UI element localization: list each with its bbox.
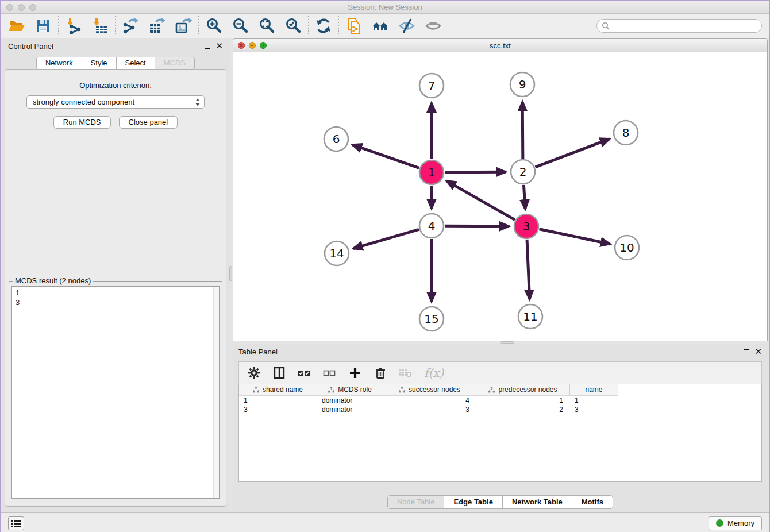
search-box[interactable] — [596, 19, 762, 33]
cell-name[interactable]: 1 — [570, 396, 618, 405]
memory-button[interactable]: Memory — [709, 516, 762, 530]
edge-4-14[interactable] — [353, 229, 419, 248]
status-bar: Memory — [1, 512, 769, 532]
table-row[interactable]: 1dominator411 — [239, 396, 761, 405]
function-builder-icon: f(x) — [424, 366, 444, 380]
close-panel-icon[interactable]: ✕ — [215, 43, 223, 49]
gear-icon[interactable] — [247, 366, 261, 380]
edge-1-6[interactable] — [352, 145, 419, 168]
tab-style[interactable]: Style — [82, 57, 117, 70]
mcds-result-title: MCDS result (2 nodes) — [13, 276, 93, 285]
result-scrollbar[interactable] — [213, 287, 219, 498]
column-header-name[interactable]: name — [570, 384, 618, 396]
refresh-layout-icon[interactable] — [315, 17, 332, 34]
export-table-icon[interactable] — [148, 17, 165, 34]
column-header-successor-nodes[interactable]: successor nodes — [383, 384, 476, 396]
control-panel-title: Control Panel — [8, 42, 53, 51]
export-network-icon[interactable] — [122, 17, 139, 34]
tab-edge-table[interactable]: Edge Table — [444, 495, 502, 509]
edge-3-10[interactable] — [540, 229, 610, 244]
criterion-select[interactable]: strongly connected component — [26, 95, 205, 109]
home-icon[interactable] — [372, 17, 389, 34]
close-table-panel-icon[interactable]: ✕ — [754, 349, 762, 354]
deselect-all-icon[interactable] — [323, 366, 337, 380]
network-window-titlebar[interactable]: ✕ − + scc.txt — [233, 39, 767, 52]
edge-2-8[interactable] — [536, 139, 610, 167]
tree-icon — [399, 387, 405, 393]
table-row[interactable]: 3dominator323 — [239, 405, 761, 414]
select-all-icon[interactable] — [298, 366, 311, 380]
eye-slash-icon[interactable] — [398, 17, 415, 34]
column-header-predecessor-nodes[interactable]: predecessor nodes — [476, 384, 570, 396]
task-history-button[interactable] — [8, 516, 24, 530]
cell-MCDS-role[interactable]: dominator — [317, 405, 383, 414]
network-canvas[interactable]: 7968124314101511 — [233, 52, 767, 341]
columns-icon[interactable] — [272, 366, 286, 380]
node-label-14: 14 — [329, 246, 344, 260]
tree-icon — [328, 387, 334, 393]
network-window-title: scc.txt — [233, 41, 767, 50]
node-table[interactable]: shared nameMCDS rolesuccessor nodesprede… — [238, 384, 762, 482]
main-toolbar — [1, 14, 769, 38]
tab-motifs[interactable]: Motifs — [572, 495, 613, 509]
cell-shared-name[interactable]: 1 — [239, 396, 317, 405]
node-label-11: 11 — [523, 310, 537, 323]
node-label-3: 3 — [523, 219, 530, 233]
open-session-icon[interactable] — [8, 17, 25, 34]
cell-predecessor-nodes[interactable]: 1 — [476, 396, 570, 405]
close-panel-button[interactable]: Close panel — [119, 116, 178, 129]
table-panel-title: Table Panel — [238, 348, 278, 356]
cell-MCDS-role[interactable]: dominator — [317, 396, 383, 405]
vertical-splitter-handle[interactable] — [229, 266, 232, 281]
node-label-1: 1 — [428, 165, 436, 179]
table-panel-tabs: Node TableEdge TableNetwork TableMotifs — [233, 495, 768, 509]
save-session-icon[interactable] — [34, 17, 52, 34]
zoom-fit-icon[interactable] — [258, 17, 275, 34]
window-titlebar: Session: New Session — [1, 1, 769, 14]
node-label-8: 8 — [622, 126, 630, 140]
tree-icon — [253, 387, 259, 393]
edge-1-2[interactable] — [445, 172, 506, 172]
network-graph[interactable]: 7968124314101511 — [233, 52, 767, 340]
column-header-shared-name[interactable]: shared name — [239, 384, 317, 396]
cell-shared-name[interactable]: 3 — [239, 405, 317, 414]
memory-label: Memory — [727, 519, 754, 527]
export-image-icon[interactable] — [175, 17, 192, 34]
column-header-MCDS-role[interactable]: MCDS role — [317, 384, 383, 396]
mcds-result-list[interactable]: 1 3 — [11, 286, 220, 499]
tab-node-table[interactable]: Node Table — [387, 495, 445, 509]
tab-mcds[interactable]: MCDS — [155, 57, 195, 70]
add-icon[interactable] — [348, 366, 362, 380]
edge-3-1[interactable] — [446, 181, 515, 220]
edge-2-9[interactable] — [522, 102, 523, 159]
edge-4-3[interactable] — [445, 226, 509, 226]
search-icon — [602, 22, 610, 30]
zoom-selected-icon[interactable] — [284, 17, 302, 34]
cell-name[interactable]: 3 — [570, 405, 618, 414]
horizontal-splitter-handle[interactable] — [500, 341, 514, 344]
eye-icon[interactable] — [425, 17, 442, 34]
tree-icon — [488, 387, 495, 393]
edge-2-3[interactable] — [523, 185, 525, 209]
tab-network[interactable]: Network — [36, 57, 82, 70]
window-title: Session: New Session — [1, 3, 769, 11]
node-table-body[interactable]: 1dominator4113dominator323 — [239, 396, 761, 414]
copy-network-icon[interactable] — [345, 17, 363, 34]
tab-network-table[interactable]: Network Table — [502, 495, 572, 509]
float-table-panel-icon[interactable] — [744, 349, 749, 354]
zoom-in-icon[interactable] — [205, 17, 222, 34]
cell-successor-nodes[interactable]: 4 — [383, 396, 476, 405]
search-input[interactable] — [613, 22, 757, 30]
import-table-icon[interactable] — [91, 17, 109, 34]
edge-3-11[interactable] — [527, 240, 530, 299]
trash-icon[interactable] — [374, 366, 387, 380]
float-panel-icon[interactable] — [205, 44, 210, 49]
list-icon — [11, 519, 21, 527]
cell-successor-nodes[interactable]: 3 — [383, 405, 476, 414]
import-network-icon[interactable] — [65, 17, 82, 34]
node-table-header[interactable]: shared nameMCDS rolesuccessor nodesprede… — [239, 384, 761, 396]
cell-predecessor-nodes[interactable]: 2 — [476, 405, 570, 414]
zoom-out-icon[interactable] — [232, 17, 249, 34]
tab-select[interactable]: Select — [116, 57, 155, 70]
run-mcds-button[interactable]: Run MCDS — [53, 116, 111, 129]
